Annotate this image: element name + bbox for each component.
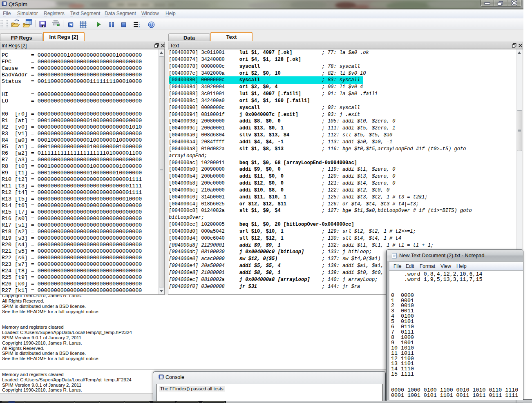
svg-text:3: 3 xyxy=(139,25,140,28)
svg-text:?: ? xyxy=(150,22,152,27)
